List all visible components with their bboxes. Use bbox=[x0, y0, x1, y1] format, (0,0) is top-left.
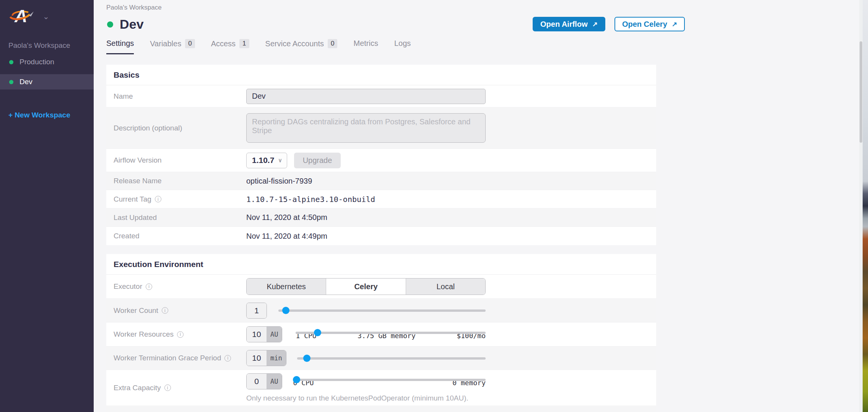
page-title: Dev bbox=[120, 17, 144, 32]
name-row: Name bbox=[106, 85, 656, 107]
chevron-down-icon: ∨ bbox=[278, 157, 282, 163]
tab-label: Settings bbox=[106, 39, 134, 48]
status-dot-icon bbox=[9, 80, 13, 84]
created-label: Created bbox=[106, 227, 246, 245]
tab-access[interactable]: Access 1 bbox=[211, 39, 249, 54]
created-value: Nov 11, 2020 at 4:49pm bbox=[246, 232, 327, 241]
description-textarea[interactable] bbox=[246, 113, 486, 143]
tab-label: Variables bbox=[150, 39, 181, 48]
tab-count-badge: 0 bbox=[328, 39, 337, 48]
slider-track bbox=[297, 357, 486, 360]
info-icon[interactable] bbox=[162, 307, 168, 314]
open-celery-button[interactable]: Open Celery ↗ bbox=[614, 17, 685, 31]
basics-section-title: Basics bbox=[106, 65, 656, 85]
info-icon[interactable] bbox=[155, 196, 161, 202]
extra-capacity-input[interactable] bbox=[247, 374, 267, 389]
extra-capacity-help-text: Only necessary to run the KubernetesPodO… bbox=[246, 394, 486, 402]
airflow-version-label: Airflow Version bbox=[106, 149, 246, 172]
last-updated-value: Nov 11, 2020 at 4:50pm bbox=[246, 213, 327, 222]
executor-row: Executor Kubernetes Celery Local bbox=[106, 275, 656, 299]
worker-count-slider[interactable] bbox=[278, 307, 486, 314]
worker-count-input[interactable] bbox=[247, 303, 267, 318]
new-workspace-button[interactable]: + New Workspace bbox=[8, 111, 94, 119]
description-row: Description (optional) bbox=[106, 107, 656, 149]
slider-thumb[interactable] bbox=[293, 376, 300, 383]
upgrade-button[interactable]: Upgrade bbox=[294, 153, 341, 168]
extra-capacity-input-group: AU bbox=[246, 373, 282, 389]
worker-count-row: Worker Count bbox=[106, 299, 656, 322]
airflow-version-value: 1.10.7 bbox=[252, 156, 274, 165]
created-row: Created Nov 11, 2020 at 4:49pm bbox=[106, 227, 656, 245]
executor-segmented-control: Kubernetes Celery Local bbox=[246, 278, 486, 295]
logo-row: A ⌄ bbox=[0, 0, 94, 24]
worker-resources-input-group: AU bbox=[246, 326, 282, 342]
info-icon[interactable] bbox=[146, 283, 152, 290]
header-buttons: Open Airflow ↗ Open Celery ↗ bbox=[533, 17, 685, 31]
worker-resources-label: Worker Resources bbox=[114, 330, 174, 339]
sidebar-item-production[interactable]: Production bbox=[0, 54, 94, 70]
release-name-label: Release Name bbox=[106, 172, 246, 190]
astronomer-logo-icon[interactable]: A bbox=[8, 6, 35, 24]
grace-period-slider[interactable] bbox=[297, 355, 486, 362]
tab-service-accounts[interactable]: Service Accounts 0 bbox=[265, 39, 338, 54]
info-icon[interactable] bbox=[177, 331, 184, 338]
sidebar-item-label: Dev bbox=[20, 78, 33, 86]
airflow-version-row: Airflow Version 1.10.7 ∨ Upgrade bbox=[106, 149, 656, 172]
external-link-icon: ↗ bbox=[592, 20, 598, 28]
workspace-switcher-chevron-down-icon[interactable]: ⌄ bbox=[43, 13, 49, 20]
slider-track bbox=[293, 379, 486, 381]
tab-label: Metrics bbox=[353, 39, 378, 48]
open-airflow-button[interactable]: Open Airflow ↗ bbox=[533, 17, 605, 31]
current-tag-value: 1.10.7-15-alpine3.10-onbuild bbox=[246, 195, 375, 204]
slider-track bbox=[278, 309, 486, 312]
slider-thumb[interactable] bbox=[303, 355, 310, 362]
executor-option-celery[interactable]: Celery bbox=[326, 278, 406, 295]
grace-period-input-group: min bbox=[246, 350, 286, 366]
executor-option-kubernetes[interactable]: Kubernetes bbox=[247, 278, 326, 295]
release-name-value: optical-fission-7939 bbox=[246, 177, 312, 186]
slider-thumb[interactable] bbox=[282, 307, 289, 314]
tab-logs[interactable]: Logs bbox=[394, 39, 411, 53]
svg-text:A: A bbox=[14, 6, 27, 24]
worker-count-input-group bbox=[246, 303, 267, 319]
grace-period-row: Worker Termination Grace Period min bbox=[106, 347, 656, 370]
tab-count-badge: 0 bbox=[185, 39, 195, 48]
name-input[interactable] bbox=[246, 89, 486, 104]
tab-settings[interactable]: Settings bbox=[106, 39, 134, 54]
scrollbar-thumb[interactable] bbox=[860, 41, 862, 143]
tab-variables[interactable]: Variables 0 bbox=[150, 39, 195, 54]
tab-count-badge: 1 bbox=[239, 39, 249, 48]
grace-period-label: Worker Termination Grace Period bbox=[114, 354, 221, 362]
status-dot-icon bbox=[9, 60, 13, 64]
airflow-version-select[interactable]: 1.10.7 ∨ bbox=[246, 153, 287, 168]
tab-metrics[interactable]: Metrics bbox=[353, 39, 378, 53]
executor-label: Executor bbox=[114, 282, 142, 291]
sidebar-item-label: Production bbox=[20, 58, 54, 66]
tab-label: Access bbox=[211, 39, 236, 48]
sidebar-item-dev[interactable]: Dev bbox=[0, 74, 94, 90]
current-tag-label: Current Tag bbox=[114, 195, 151, 204]
release-name-row: Release Name optical-fission-7939 bbox=[106, 172, 656, 190]
last-updated-label: Last Updated bbox=[106, 208, 246, 226]
worker-resources-row: Worker Resources AU 1 CPU 3.75 GB memory… bbox=[106, 322, 656, 347]
au-unit-label: AU bbox=[267, 327, 282, 342]
open-airflow-label: Open Airflow bbox=[540, 20, 588, 29]
info-icon[interactable] bbox=[224, 355, 231, 362]
open-celery-label: Open Celery bbox=[622, 20, 667, 29]
tab-bar: Settings Variables 0 Access 1 Service Ac… bbox=[106, 39, 411, 54]
min-unit-label: min bbox=[267, 350, 286, 366]
current-tag-row: Current Tag 1.10.7-15-alpine3.10-onbuild bbox=[106, 190, 656, 208]
execution-section-title: Execution Environment bbox=[106, 254, 656, 275]
grace-period-input[interactable] bbox=[247, 350, 267, 366]
page-title-row: Dev bbox=[107, 17, 144, 32]
worker-resources-input[interactable] bbox=[247, 327, 267, 342]
external-link-icon: ↗ bbox=[672, 20, 677, 28]
basics-card: Basics Name Description (optional) Airfl… bbox=[106, 65, 656, 245]
executor-option-local[interactable]: Local bbox=[406, 278, 485, 295]
tab-label: Service Accounts bbox=[265, 39, 324, 48]
deployment-status-dot-icon bbox=[107, 21, 113, 28]
sidebar-workspace-label: Paola's Workspace bbox=[8, 41, 94, 50]
info-icon[interactable] bbox=[164, 384, 171, 391]
extra-capacity-label: Extra Capacity bbox=[114, 384, 161, 392]
breadcrumb: Paola's Workspace bbox=[106, 4, 162, 11]
